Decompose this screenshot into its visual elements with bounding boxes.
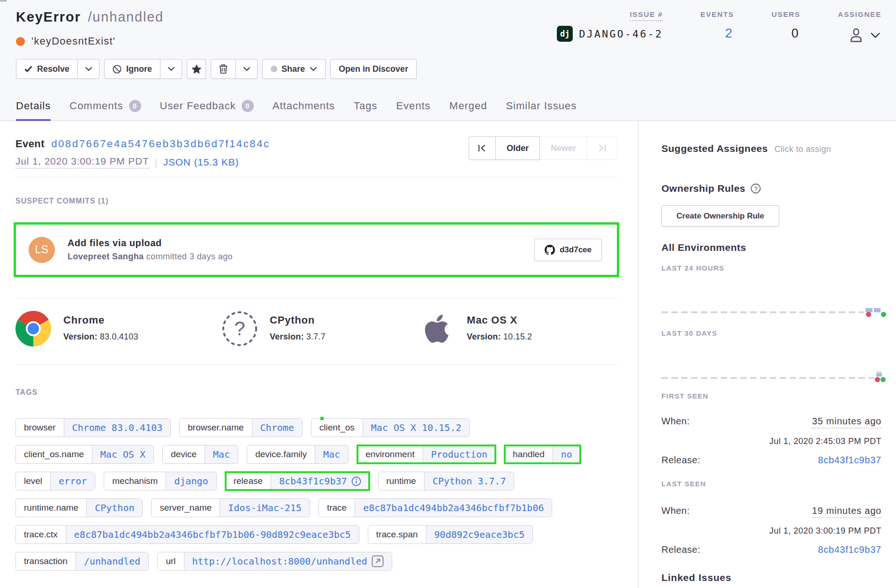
delete-button-group xyxy=(211,59,258,79)
tag-key: browser.name xyxy=(180,419,251,437)
tag-value-link[interactable]: Mac xyxy=(315,445,348,463)
tab-label: Tags xyxy=(354,100,377,112)
open-in-discover-button[interactable]: Open in Discover xyxy=(330,59,417,79)
context-browser: Chrome Version: 83.0.4103 xyxy=(15,311,222,364)
stat-users: USERS 0 xyxy=(772,10,800,47)
create-ownership-rule-button[interactable]: Create Ownership Rule xyxy=(661,205,779,226)
tag-value-link[interactable]: Chrome xyxy=(252,419,302,437)
tab-tags[interactable]: Tags xyxy=(354,100,377,121)
tag-value-link[interactable]: CPython 3.7.7 xyxy=(424,472,514,490)
tag-pill-runtime: runtimeCPython 3.7.7 xyxy=(378,472,515,490)
tag-pill-trace: tracee8c87ba1dc494bb2a4346bcfbf7b1b06 xyxy=(319,498,553,517)
tag-value-link[interactable]: http://localhost:8000/unhandled xyxy=(184,552,392,570)
resolve-button[interactable]: Resolve xyxy=(16,59,78,79)
tab-label: Details xyxy=(16,100,51,112)
older-event-button[interactable]: Older xyxy=(496,136,540,160)
external-link-icon[interactable] xyxy=(372,555,384,567)
tab-details[interactable]: Details xyxy=(16,100,51,121)
tag-value-link[interactable]: Idos-iMac-215 xyxy=(220,499,310,517)
assignee-chevron-icon xyxy=(870,32,881,38)
github-icon xyxy=(545,245,555,255)
tag-value-link[interactable]: Mac OS X 10.15.2 xyxy=(363,419,470,437)
tag-value-link[interactable]: 8cb43f1c9b37 xyxy=(271,472,369,490)
assignee-dropdown[interactable] xyxy=(847,26,881,45)
commit-sha-button[interactable]: d3d7cee xyxy=(534,239,602,261)
annotation-click-dot xyxy=(320,417,324,420)
assignee-avatar-icon xyxy=(847,26,865,45)
last-seen-heading: LAST SEEN xyxy=(661,480,881,488)
tags-heading: TAGS xyxy=(15,388,617,397)
tag-pill-device.family: device.familyMac xyxy=(247,445,349,464)
sparkline-last-24-hours xyxy=(661,272,881,315)
last-seen-when-label: When: xyxy=(661,505,690,516)
tab-user-feedback[interactable]: User Feedback0 xyxy=(160,100,254,121)
tag-value-link[interactable]: Production xyxy=(423,445,495,463)
users-count[interactable]: 0 xyxy=(791,26,800,41)
tag-pill-environment: environmentProduction xyxy=(357,445,496,464)
tag-key: trace xyxy=(319,499,355,517)
oldest-event-button[interactable] xyxy=(469,136,496,160)
last-seen-release-link[interactable]: 8cb43f1c9b37 xyxy=(818,544,881,555)
issue-title-block: KeyError /unhandled 'keyDoesntExist' xyxy=(16,9,164,47)
ban-icon xyxy=(113,65,121,74)
share-button[interactable]: Share xyxy=(262,59,326,79)
tag-value-link[interactable]: Mac OS X xyxy=(92,445,153,463)
tab-attachments[interactable]: Attachments xyxy=(273,100,335,121)
tag-pill-trace.ctx: trace.ctxe8c87ba1dc494bb2a4346bcfbf7b1b0… xyxy=(15,525,359,544)
event-json-link[interactable]: JSON (15.3 KB) xyxy=(163,157,239,168)
commit-title: Add files via upload xyxy=(68,238,233,249)
star-icon xyxy=(191,64,202,74)
tag-pill-server_name: server_nameIdos-iMac-215 xyxy=(151,498,310,517)
ignore-button[interactable]: Ignore xyxy=(104,59,160,79)
tag-value-link[interactable]: Mac xyxy=(205,445,238,463)
newer-event-button[interactable]: Newer xyxy=(540,136,587,160)
tag-value-text: e8c87ba1dc494bb2a4346bcfbf7b1b06-90d892c… xyxy=(74,529,351,540)
newest-event-button[interactable] xyxy=(587,136,617,160)
sparkline-last-30-days xyxy=(661,337,881,381)
resolve-dropdown-button[interactable] xyxy=(78,59,99,79)
tag-key: handled xyxy=(505,445,553,463)
share-status-dot-icon xyxy=(271,66,277,72)
issue-transaction-path: /unhandled xyxy=(88,9,164,25)
events-count[interactable]: 2 xyxy=(725,26,734,41)
tab-events[interactable]: Events xyxy=(396,100,431,121)
tab-comments[interactable]: Comments0 xyxy=(69,100,141,121)
tag-value-link[interactable]: e8c87ba1dc494bb2a4346bcfbf7b1b06 xyxy=(355,499,552,517)
tag-value-link[interactable]: /unhandled xyxy=(76,552,148,570)
tag-value-text: http://localhost:8000/unhandled xyxy=(192,556,367,567)
tag-value-link[interactable]: no xyxy=(553,445,580,463)
delete-dropdown-button[interactable] xyxy=(236,59,258,79)
tag-value-link[interactable]: Chrome 83.0.4103 xyxy=(64,419,171,437)
issue-short-id-text: DJANGO-46-2 xyxy=(579,28,663,40)
event-id-link[interactable]: d08d7667e4a5476eb3b3db6d7f14c84c xyxy=(51,138,270,150)
checkmark-icon xyxy=(24,66,32,72)
tag-pill-browser.name: browser.nameChrome xyxy=(179,418,303,437)
tab-similar-issues[interactable]: Similar Issues xyxy=(506,100,577,121)
tab-label: Events xyxy=(396,100,431,112)
unknown-runtime-icon: ? xyxy=(222,311,258,347)
event-header-section: Event d08d7667e4a5476eb3b3db6d7f14c84c J… xyxy=(15,121,617,177)
tag-key: level xyxy=(16,472,50,490)
ignore-dropdown-button[interactable] xyxy=(160,59,182,79)
tag-value-link[interactable]: 90d892c9eace3bc5 xyxy=(426,526,533,543)
help-circle-icon[interactable]: ? xyxy=(751,183,761,194)
tab-merged[interactable]: Merged xyxy=(449,100,487,121)
suggested-assignees-hint[interactable]: Click to assign xyxy=(775,144,831,154)
info-circle-icon[interactable] xyxy=(351,476,361,486)
tag-key: trace.ctx xyxy=(16,526,66,543)
tag-key: browser xyxy=(16,419,64,437)
issue-sidebar: Suggested Assignees Click to assign Owne… xyxy=(638,121,896,588)
first-seen-release-link[interactable]: 8cb43f1c9b37 xyxy=(818,455,881,466)
tag-value-link[interactable]: django xyxy=(166,472,216,490)
last-seen-marker-dot xyxy=(881,377,886,382)
all-environments-title: All Environments xyxy=(661,242,881,253)
last-30-days-label: LAST 30 DAYS xyxy=(661,329,881,337)
django-project-icon: dj xyxy=(557,26,573,42)
tag-value-link[interactable]: e8c87ba1dc494bb2a4346bcfbf7b1b06-90d892c… xyxy=(66,526,359,543)
sparkline-bar xyxy=(876,371,882,377)
bookmark-star-button[interactable] xyxy=(187,59,206,79)
apple-icon xyxy=(419,311,455,347)
tag-value-link[interactable]: CPython xyxy=(86,499,142,517)
delete-button[interactable] xyxy=(211,59,236,79)
tag-value-link[interactable]: error xyxy=(50,472,95,490)
